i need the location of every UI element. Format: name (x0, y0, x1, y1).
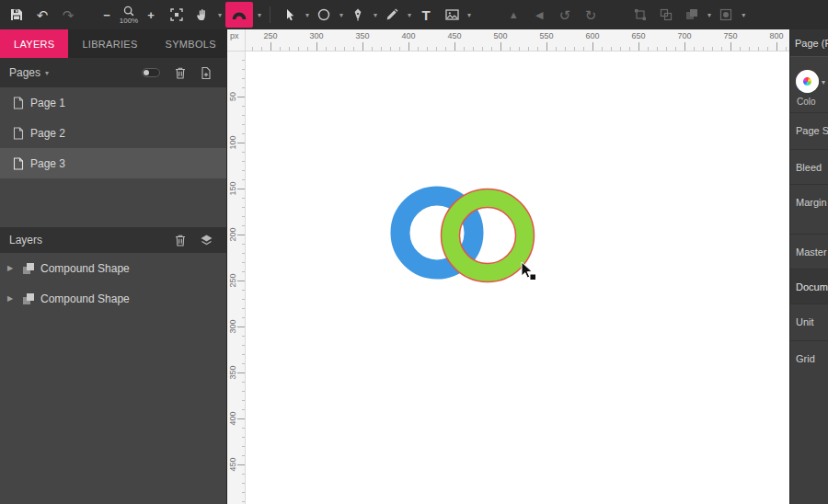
page-icon (13, 97, 24, 109)
chevron-down-icon[interactable]: ▾ (339, 11, 343, 19)
zoom-tool-button[interactable]: 100% (118, 2, 140, 28)
canvas[interactable] (246, 52, 789, 504)
ruler-v-label: 200 (228, 227, 237, 241)
delete-layer-button[interactable] (169, 234, 191, 247)
mask-icon (719, 7, 733, 22)
fit-screen-button[interactable] (166, 2, 188, 28)
ruler-v-label: 50 (228, 92, 237, 101)
delete-page-button[interactable] (169, 66, 191, 80)
image-tool-button[interactable] (441, 2, 463, 28)
ruler-h-label: 700 (677, 31, 691, 40)
pencil-tool-button[interactable] (381, 2, 403, 28)
panel-item-label: Master (796, 246, 827, 258)
page-color-swatch[interactable] (796, 70, 819, 93)
right-panel-title: Page (Pa (790, 29, 828, 57)
zoom-out-button[interactable]: − (96, 2, 118, 28)
panel-item-bleed[interactable]: Bleed (790, 149, 828, 185)
layer-item-1[interactable]: ▶ Compound Shape (0, 253, 226, 283)
ruler-h-label: 450 (447, 31, 461, 40)
pages-header-label[interactable]: Pages (9, 66, 40, 79)
rotate-cw-icon: ↻ (585, 8, 597, 22)
add-page-button[interactable] (195, 66, 217, 80)
layer-item-2[interactable]: ▶ Compound Shape (0, 283, 226, 314)
ruler-v-label: 450 (228, 457, 237, 471)
chevron-down-icon[interactable]: ▾ (258, 11, 261, 19)
mask-button (715, 2, 737, 28)
ruler-v[interactable]: 50100150200250300350400450 (227, 52, 246, 504)
page-item-1[interactable]: Page 1 (0, 87, 226, 118)
transform-icon (633, 7, 648, 22)
panel-item-label: Unit (796, 316, 814, 327)
layer-label: Compound Shape (40, 292, 130, 305)
undo-button[interactable]: ↶ (31, 2, 53, 28)
tab-symbols[interactable]: SYMBOLS (152, 29, 230, 58)
fit-screen-icon (169, 7, 184, 22)
expand-triangle-icon[interactable]: ▶ (7, 294, 17, 303)
redo-button: ↷ (57, 2, 79, 28)
expand-triangle-icon[interactable]: ▶ (7, 264, 17, 272)
ruler-h-label: 650 (631, 31, 645, 40)
trash-icon (174, 66, 187, 80)
ruler-v-label: 300 (228, 319, 237, 333)
chevron-down-icon[interactable]: ▾ (218, 11, 222, 19)
ruler-h-label: 300 (309, 31, 323, 40)
main-area: LAYERS LIBRARIES SYMBOLS Pages ▾ (0, 29, 828, 504)
panel-item-page-size[interactable]: Page Siz (790, 112, 828, 148)
pen-tool-button[interactable] (347, 2, 369, 28)
panel-item-unit[interactable]: Unit (790, 304, 828, 339)
chevron-down-icon[interactable]: ▾ (305, 11, 309, 19)
ruler-h-label: 500 (493, 31, 507, 40)
tab-libraries[interactable]: LIBRARIES (68, 29, 151, 58)
page-item-2[interactable]: Page 2 (0, 118, 226, 148)
panel-item-grid[interactable]: Grid (790, 340, 828, 376)
pages-toggle[interactable] (142, 68, 160, 77)
pointer-tool-button[interactable] (279, 2, 301, 28)
triangle-left-icon: ◀ (535, 10, 543, 20)
chevron-down-icon[interactable]: ▾ (467, 11, 471, 19)
panel-item-master[interactable]: Master (790, 234, 828, 269)
ruler-h-label: 750 (723, 31, 737, 40)
arc-tool-button[interactable] (225, 2, 253, 28)
page-label: Page 1 (30, 97, 65, 109)
chevron-down-icon[interactable]: ▾ (45, 69, 49, 77)
panel-item-document[interactable]: Docume (790, 269, 828, 304)
panel-item-margin[interactable]: Margin (790, 184, 828, 220)
chevron-down-icon[interactable]: ▾ (822, 78, 825, 86)
redo-icon: ↷ (63, 8, 75, 22)
layers-icon (200, 234, 213, 246)
page-label: Page 3 (30, 157, 65, 170)
ruler-h-label: 400 (401, 31, 415, 40)
zoom-level: 100% (120, 17, 138, 25)
flip-horizontal-button: ◀ (528, 2, 550, 28)
chevron-down-icon[interactable]: ▾ (374, 11, 377, 19)
layers-header: Layers (0, 227, 226, 253)
ruler-v-label: 400 (228, 411, 237, 425)
ellipse-icon (316, 7, 331, 22)
ruler-v-label: 250 (228, 273, 237, 287)
merge-layers-button[interactable] (195, 234, 217, 246)
ruler-h-label: 350 (355, 31, 369, 40)
green-ring[interactable] (442, 189, 535, 282)
sidebar-tabs: LAYERS LIBRARIES SYMBOLS (0, 29, 226, 58)
tab-layers[interactable]: LAYERS (0, 29, 68, 58)
ellipse-tool-button[interactable] (313, 2, 335, 28)
hand-tool-button[interactable] (191, 2, 213, 28)
chevron-down-icon: ▾ (707, 11, 711, 19)
save-button[interactable] (6, 2, 28, 28)
magnifier-icon (122, 5, 135, 17)
triangle-up-icon: ▲ (509, 10, 519, 20)
canvas-area: px 250300350400450500550600650700750800 … (227, 29, 789, 504)
text-tool-button[interactable]: T (415, 2, 437, 28)
page-label: Page 2 (30, 127, 65, 140)
page-item-3[interactable]: Page 3 (0, 148, 226, 178)
toolbar: ↶ ↷ − 100% + ▾ (0, 0, 828, 29)
ruler-h[interactable]: 250300350400450500550600650700750800 (246, 29, 789, 52)
minus-icon: − (103, 9, 110, 21)
ruler-unit: px (227, 29, 246, 52)
ruler-v-label: 150 (228, 181, 237, 195)
zoom-in-button[interactable]: + (140, 2, 162, 28)
pages-empty-space (0, 178, 226, 227)
image-icon (444, 7, 460, 22)
chevron-down-icon[interactable]: ▾ (408, 11, 411, 19)
layers-header-label: Layers (9, 234, 42, 246)
